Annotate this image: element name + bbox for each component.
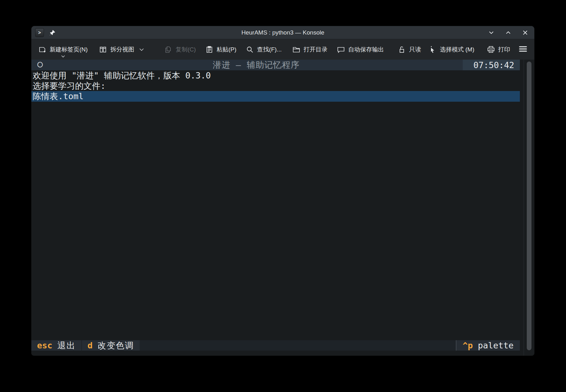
keybinding-key: ^p <box>463 341 473 350</box>
keybinding-label: 改变色调 <box>98 340 134 351</box>
window-title: HeurAMS : python3 — Konsole <box>31 29 534 36</box>
select-cursor-icon <box>429 46 437 54</box>
paste-label: 粘贴(P) <box>217 46 236 54</box>
search-icon <box>246 46 254 54</box>
scrollbar-track-divider <box>524 60 524 356</box>
split-view-label: 拆分视图 <box>110 46 134 54</box>
file-option-selected[interactable]: 陈情表.toml <box>31 91 520 102</box>
tui-content: ⭘ 潜进 – 辅助记忆程序 07:50:42 欢迎使用 "潜进" 辅助记忆软件，… <box>31 60 520 356</box>
chevron-down-icon[interactable] <box>61 55 65 58</box>
minimize-button[interactable] <box>488 29 495 36</box>
find-button[interactable]: 查找(F)... <box>246 46 282 54</box>
autosave-output-label: 自动保存输出 <box>348 46 384 54</box>
titlebar: > HeurAMS : python3 — Konsole <box>31 26 534 39</box>
copy-label: 复制(C) <box>175 46 196 54</box>
read-only-button[interactable]: 只读 <box>398 46 421 54</box>
terminal-output: 欢迎使用 "潜进" 辅助记忆软件，版本 0.3.0 选择要学习的文件: 陈情表.… <box>31 70 520 102</box>
tui-footer: esc 退出 d 改变色调 ^p palette <box>31 340 520 351</box>
print-button[interactable]: 打印 <box>487 46 510 54</box>
close-button[interactable] <box>522 29 529 36</box>
lock-open-icon <box>398 46 406 54</box>
tui-header-clock: 07:50:42 <box>463 60 520 70</box>
new-tab-icon <box>38 46 46 54</box>
print-label: 打印 <box>498 46 510 54</box>
select-mode-button[interactable]: 选择模式 (M) <box>429 46 474 54</box>
tui-header-circle-icon[interactable]: ⭘ <box>31 61 50 69</box>
read-only-label: 只读 <box>409 46 421 54</box>
keybinding-esc-quit[interactable]: esc 退出 <box>31 340 81 351</box>
konsole-app-icon[interactable]: > <box>35 28 44 37</box>
scrollbar-thumb[interactable] <box>527 62 531 350</box>
paste-button[interactable]: 粘贴(P) <box>205 46 236 54</box>
chevron-down-icon[interactable] <box>139 48 144 51</box>
keybinding-key: d <box>88 341 93 350</box>
output-bubble-icon <box>337 46 345 54</box>
paste-icon <box>205 46 213 54</box>
copy-button: 复制(C) <box>164 46 196 54</box>
keybinding-d-theme[interactable]: d 改变色调 <box>82 340 140 351</box>
new-tab-label: 新建标签页(N) <box>50 46 88 54</box>
hamburger-icon <box>519 45 527 54</box>
select-mode-label: 选择模式 (M) <box>440 46 474 54</box>
keybinding-key: esc <box>37 341 52 350</box>
copy-icon <box>164 46 172 54</box>
open-directory-label: 打开目录 <box>304 46 327 54</box>
split-view-button[interactable]: 拆分视图 <box>99 46 144 54</box>
keybinding-palette[interactable]: ^p palette <box>456 340 520 351</box>
split-view-icon <box>99 46 107 54</box>
open-directory-button[interactable]: 打开目录 <box>292 46 327 54</box>
toolbar: 新建标签页(N) 拆分视图 <box>31 39 534 60</box>
window-controls <box>488 29 529 36</box>
pin-icon[interactable] <box>49 29 56 36</box>
keybinding-label: 退出 <box>57 340 76 351</box>
terminal-view[interactable]: ⭘ 潜进 – 辅助记忆程序 07:50:42 欢迎使用 "潜进" 辅助记忆软件，… <box>31 60 534 356</box>
maximize-button[interactable] <box>505 29 512 36</box>
printer-icon <box>487 46 495 54</box>
hamburger-menu-button[interactable] <box>519 45 527 54</box>
tui-header: ⭘ 潜进 – 辅助记忆程序 07:50:42 <box>31 60 520 70</box>
terminal-line-prompt: 选择要学习的文件: <box>31 81 520 91</box>
tui-header-title: 潜进 – 辅助记忆程序 <box>50 60 463 71</box>
terminal-line-welcome: 欢迎使用 "潜进" 辅助记忆软件，版本 0.3.0 <box>31 70 520 81</box>
autosave-output-button[interactable]: 自动保存输出 <box>337 46 384 54</box>
konsole-window: > HeurAMS : python3 — Konsole <box>31 26 534 356</box>
find-label: 查找(F)... <box>257 46 282 54</box>
folder-icon <box>292 46 300 54</box>
keybinding-label: palette <box>478 341 514 350</box>
new-tab-button[interactable]: 新建标签页(N) <box>38 46 88 54</box>
